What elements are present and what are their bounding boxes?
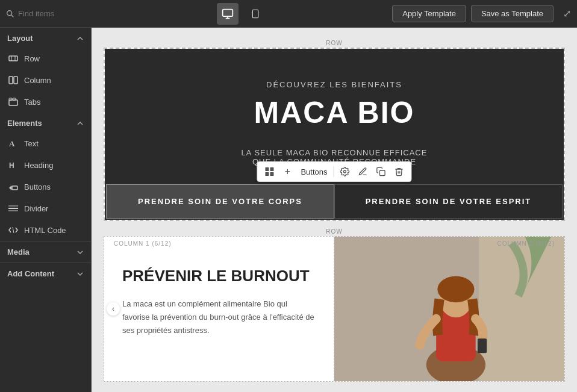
- hero-subtitle: DÉCOUVREZ LES BIENFAITS: [130, 80, 538, 89]
- svg-rect-11: [14, 76, 17, 84]
- sidebar-item-heading[interactable]: H Heading: [0, 154, 91, 176]
- collapse-icon: [76, 35, 84, 42]
- save-template-button[interactable]: Save as Template: [471, 5, 554, 22]
- canvas-area: ROW DÉCOUVREZ LES BIENFAITS MACA BIO LA …: [92, 28, 577, 392]
- svg-rect-2: [222, 9, 232, 16]
- svg-line-22: [13, 227, 14, 233]
- mobile-view-button[interactable]: [245, 3, 266, 25]
- toolbar-delete-icon[interactable]: [392, 164, 407, 179]
- svg-rect-24: [270, 167, 273, 171]
- toolbar-separator-1: [334, 166, 334, 177]
- col2-label: COLUMN 2 (6/12): [497, 240, 555, 247]
- sidebar-item-row[interactable]: Row: [0, 48, 91, 69]
- buttons-sidebar-label: Buttons: [24, 182, 51, 191]
- buttons-icon: [8, 182, 18, 191]
- sidebar-item-tabs[interactable]: Tabs: [0, 91, 91, 113]
- svg-text:A: A: [9, 139, 15, 148]
- divider-icon: [8, 204, 18, 213]
- toolbar-style-icon[interactable]: [356, 164, 370, 179]
- template-buttons: Apply Template Save as Template ⤢: [392, 5, 571, 22]
- tabs-icon: [8, 97, 18, 107]
- toolbar-add-icon[interactable]: +: [280, 164, 295, 179]
- chevron-down-icon-2: [76, 270, 84, 278]
- row-label-2: ROW: [104, 228, 565, 235]
- left-arrow-button[interactable]: ‹: [107, 302, 120, 316]
- hero-section: DÉCOUVREZ LES BIENFAITS MACA BIO LA SEUL…: [105, 49, 564, 220]
- svg-rect-26: [270, 172, 273, 176]
- layout-section-header[interactable]: Layout: [0, 28, 91, 48]
- svg-marker-17: [9, 185, 11, 190]
- svg-line-1: [11, 14, 14, 17]
- content-column-1: PRÉVENIR LE BURNOUT La maca est un compl…: [104, 237, 334, 381]
- tabs-label: Tabs: [24, 98, 40, 107]
- svg-rect-18: [12, 186, 17, 190]
- col1-label: COLUMN 1 (6/12): [114, 240, 172, 247]
- desktop-view-button[interactable]: [217, 3, 239, 25]
- hero-button-body[interactable]: PRENDRE SOIN DE VOTRE CORPS: [106, 184, 334, 219]
- heading-sidebar-label: Heading: [24, 161, 53, 170]
- svg-rect-7: [9, 56, 17, 61]
- column-label: Column: [24, 76, 51, 85]
- floating-toolbar: + Buttons: [257, 161, 411, 182]
- sidebar-item-text[interactable]: A Text: [0, 132, 91, 154]
- hero-description-1: LA SEULE MACA BIO RECONNUE EFFICACE: [130, 148, 538, 157]
- search-icon: [6, 10, 14, 18]
- row-label: Row: [24, 54, 40, 63]
- buttons-row-wrapper: + Buttons: [106, 184, 563, 219]
- sidebar-item-buttons[interactable]: Buttons: [0, 176, 91, 198]
- toolbar-element-label: Buttons: [298, 167, 329, 176]
- hero-title: MACA BIO: [130, 95, 538, 130]
- text-sidebar-label: Text: [24, 139, 39, 148]
- toolbar-grid-icon[interactable]: [262, 164, 276, 179]
- svg-rect-28: [380, 170, 385, 176]
- add-content-section-header[interactable]: Add Content: [0, 263, 91, 284]
- apply-template-button[interactable]: Apply Template: [392, 5, 466, 22]
- svg-rect-23: [265, 167, 269, 171]
- toolbar-copy-icon[interactable]: [374, 164, 388, 179]
- html-code-sidebar-label: HTML Code: [24, 226, 66, 235]
- toolbar-settings-icon[interactable]: [338, 164, 352, 179]
- collapse-icon-2: [76, 120, 84, 127]
- second-row-wrapper: ROW COLUMN 1 (6/12) COLUMN 2 (6/12) ‹ PR…: [104, 228, 565, 382]
- expand-icon[interactable]: ⤢: [563, 8, 571, 19]
- heading-icon: H: [8, 160, 18, 170]
- svg-point-27: [344, 170, 346, 173]
- sidebar-item-divider[interactable]: Divider: [0, 198, 91, 219]
- svg-text:H: H: [9, 161, 14, 170]
- sidebar-item-column[interactable]: Column: [0, 69, 91, 91]
- svg-point-34: [437, 276, 474, 302]
- content-image: [334, 237, 564, 381]
- sidebar: Layout Row Column: [0, 28, 92, 392]
- svg-rect-25: [265, 172, 269, 176]
- content-column-2: [334, 237, 564, 381]
- row-label-1: ROW: [104, 40, 565, 46]
- elements-section-header[interactable]: Elements: [0, 113, 91, 132]
- chevron-down-icon: [76, 249, 84, 256]
- divider-sidebar-label: Divider: [24, 204, 48, 213]
- svg-rect-35: [478, 338, 487, 353]
- hero-button-spirit[interactable]: PRENDRE SOIN DE VOTRE ESPRIT: [334, 184, 563, 219]
- search-input[interactable]: [18, 9, 90, 18]
- html-code-icon: [8, 225, 18, 235]
- svg-rect-10: [9, 76, 13, 84]
- search-area[interactable]: [6, 9, 90, 18]
- media-section-header[interactable]: Media: [0, 241, 91, 263]
- svg-rect-5: [252, 10, 258, 17]
- text-icon: A: [8, 138, 18, 148]
- sidebar-item-html-code[interactable]: HTML Code: [0, 219, 91, 241]
- svg-point-0: [7, 10, 12, 15]
- column-icon: [8, 75, 18, 85]
- device-switcher: [217, 3, 266, 25]
- hero-buttons-container: PRENDRE SOIN DE VOTRE CORPS PRENDRE SOIN…: [106, 184, 563, 219]
- top-bar: Apply Template Save as Template ⤢: [0, 0, 577, 28]
- content-title: PRÉVENIR LE BURNOUT: [122, 267, 316, 285]
- row-icon: [8, 54, 18, 63]
- main-layout: Layout Row Column: [0, 28, 577, 392]
- content-text: La maca est un complément alimentaire Bi…: [122, 297, 316, 337]
